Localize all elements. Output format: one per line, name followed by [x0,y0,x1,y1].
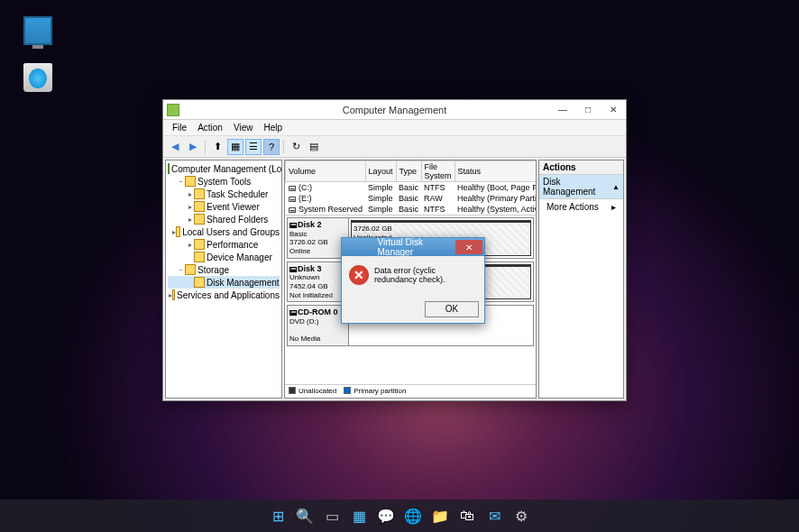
taskbar-store-icon[interactable]: 🛍 [455,504,479,527]
menu-action[interactable]: Action [192,121,228,134]
taskbar-settings-icon[interactable]: ⚙ [510,504,533,527]
tree-node-event-viewer[interactable]: ▸Event Viewer [168,200,280,213]
folder-icon [185,264,196,275]
forward-button[interactable]: ▶ [185,139,201,155]
taskbar-start-icon[interactable]: ⊞ [266,504,289,527]
volume-row[interactable]: 🖴 System ReservedSimpleBasicNTFSHealthy … [286,204,537,215]
more-actions-item[interactable]: More Actions ▸ [539,199,623,215]
taskbar-mail-icon[interactable]: ✉ [482,504,506,527]
taskbar-edge-icon[interactable]: 🌐 [401,504,425,527]
dialog-titlebar[interactable]: Virtual Disk Manager ✕ [342,238,484,256]
folder-icon [194,277,205,288]
taskbar-search-icon[interactable]: 🔍 [293,504,317,527]
close-button[interactable]: ✕ [601,101,626,119]
column-header[interactable]: File System [421,161,455,182]
taskbar-explorer-icon[interactable]: 📁 [428,504,452,527]
desktop-icon-this-pc[interactable] [20,16,56,47]
taskbar-task-view-icon[interactable]: ▭ [320,504,344,527]
refresh-button[interactable]: ↻ [288,139,304,155]
taskbar-widgets-icon[interactable]: ▦ [347,504,371,527]
actions-pane: Actions Disk Management ▲ More Actions ▸ [538,160,624,399]
menu-view[interactable]: View [228,121,259,134]
help-button[interactable]: ? [263,139,280,155]
legend-item: Primary partition [344,387,406,395]
volume-row[interactable]: 🖴 (C:)SimpleBasicNTFSHealthy (Boot, Page… [286,182,537,194]
back-button[interactable]: ◀ [167,139,183,155]
tree-node-performance[interactable]: ▸Performance [168,238,280,251]
actions-header: Actions [539,161,623,175]
tree-node-local-users-and-groups[interactable]: ▸Local Users and Groups [168,225,280,238]
dialog-title: Virtual Disk Manager [378,237,449,257]
properties-button[interactable]: ☰ [245,139,262,155]
folder-icon [194,214,205,225]
folder-icon [194,252,205,262]
pc-icon [23,16,52,45]
error-dialog: Virtual Disk Manager ✕ ✕ Data error (cyc… [341,237,485,324]
toolbar: ◀ ▶ ⬆ ▦ ☰ ? ↻ ▤ [163,136,626,158]
tree-node-services-and-applications[interactable]: ▸Services and Applications [168,289,280,301]
titlebar[interactable]: Computer Management — □ ✕ [163,100,626,120]
tree-pane[interactable]: Computer Management (Local)−System Tools… [165,160,282,399]
menubar: FileActionViewHelp [163,120,626,136]
chevron-right-icon: ▸ [611,202,616,212]
maximize-button[interactable]: □ [575,101,601,119]
actions-section[interactable]: Disk Management ▲ [539,175,623,199]
folder-icon [194,201,205,212]
tree-node-computer-management-local-[interactable]: Computer Management (Local) [168,162,280,175]
tree-node-disk-management[interactable]: Disk Management [168,276,280,289]
recycle-bin-icon [23,63,52,92]
column-header[interactable]: Status [455,161,536,182]
dialog-close-button[interactable]: ✕ [455,240,482,254]
volume-table[interactable]: VolumeLayoutTypeFile SystemStatusC 🖴 (C:… [285,161,536,215]
show-hide-button[interactable]: ▦ [227,139,243,155]
folder-icon [172,289,175,300]
legend-item: Unallocated [289,387,336,395]
column-header[interactable]: Layout [365,161,396,182]
taskbar-chat-icon[interactable]: 💬 [374,504,398,527]
menu-file[interactable]: File [167,121,192,134]
error-icon: ✕ [349,265,369,285]
legend: UnallocatedPrimary partition [285,384,536,399]
tree-node-shared-folders[interactable]: ▸Shared Folders [168,213,280,225]
up-button[interactable]: ⬆ [209,139,225,155]
menu-help[interactable]: Help [258,121,288,134]
column-header[interactable]: Volume [286,161,366,182]
window-title: Computer Management [343,105,447,115]
desktop-icon-recycle-bin[interactable] [20,63,56,94]
tree-node-system-tools[interactable]: −System Tools [168,175,280,188]
folder-icon [176,226,180,237]
disk-info: 🖴Disk 2Basic3726.02 GBOnline [288,218,349,258]
column-header[interactable]: Type [396,161,421,182]
tree-node-storage[interactable]: −Storage [168,263,280,276]
folder-icon [194,188,205,199]
minimize-button[interactable]: — [550,101,575,119]
extra-button[interactable]: ▤ [306,139,322,155]
disk-info: 🖴Disk 3Unknown7452.04 GBNot Initialized [288,262,349,302]
folder-icon [194,239,205,250]
taskbar: ⊞🔍▭▦💬🌐📁🛍✉⚙ [0,500,799,532]
volume-row[interactable]: 🖴 (E:)SimpleBasicRAWHealthy (Primary Par… [286,193,537,204]
disk-info: 🖴CD-ROM 0DVD (D:)No Media [288,306,349,345]
app-icon [167,104,179,116]
dialog-message: Data error (cyclic redundancy check). [374,266,477,284]
tree-node-task-scheduler[interactable]: ▸Task Scheduler [168,188,280,200]
folder-icon [185,176,196,187]
collapse-icon: ▲ [612,183,620,191]
folder-icon [168,163,170,174]
ok-button[interactable]: OK [425,301,479,317]
tree-node-device-manager[interactable]: Device Manager [168,251,280,263]
